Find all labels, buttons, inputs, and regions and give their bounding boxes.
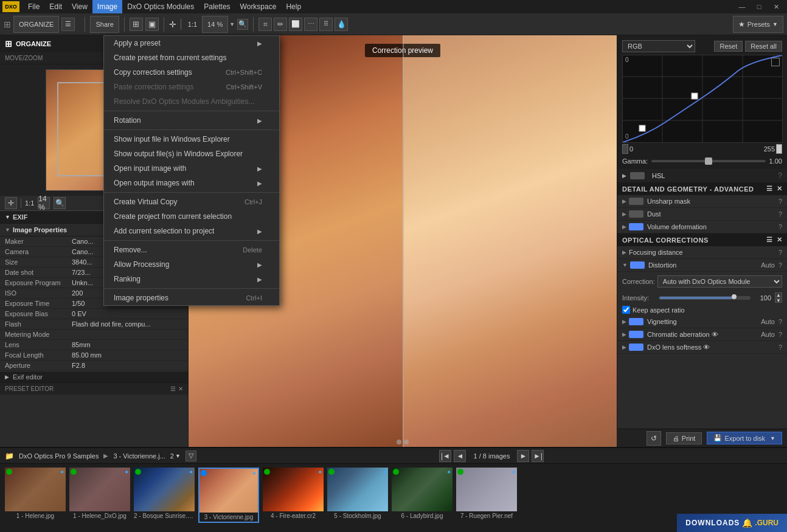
histogram-reset-all-button[interactable]: Reset all (745, 41, 782, 52)
dust-toggle[interactable] (629, 210, 643, 218)
list-view-button[interactable]: ☰ (61, 18, 75, 31)
menu-apply-preset[interactable]: Apply a preset ▶ (104, 36, 279, 50)
optical-close-icon[interactable]: ✕ (777, 236, 783, 244)
single-view-button[interactable]: ▣ (145, 18, 159, 31)
histogram-reset-button[interactable]: Reset (714, 41, 743, 52)
distortion-question[interactable]: ? (778, 261, 782, 269)
menu-image-properties[interactable]: Image properties Ctrl+I (104, 291, 279, 305)
print-button[interactable]: 🖨 Print (666, 432, 702, 444)
gamma-slider-handle[interactable] (705, 157, 712, 165)
unsharp-question[interactable]: ? (778, 198, 782, 205)
vignetting-toggle[interactable] (629, 318, 643, 325)
dust-question[interactable]: ? (778, 210, 782, 218)
film-item-3[interactable]: ✦ 2 - Bosque Sunrise.nef (134, 468, 195, 523)
minimize-button[interactable]: — (733, 0, 751, 13)
menu-image[interactable]: Image (92, 0, 122, 13)
menu-dxo-optics-modules[interactable]: DxO Optics Modules (122, 0, 199, 13)
unsharp-toggle[interactable] (629, 198, 643, 205)
menu-help[interactable]: Help (281, 0, 306, 13)
menu-ranking[interactable]: Ranking ▶ (104, 272, 279, 286)
intensity-up[interactable]: ▲ (775, 292, 782, 297)
image-dropdown-menu[interactable]: Apply a preset ▶ Create preset from curr… (103, 35, 280, 306)
intensity-slider[interactable] (659, 296, 751, 300)
maximize-button[interactable]: □ (751, 0, 768, 13)
optical-menu-icon[interactable]: ☰ (766, 236, 773, 244)
preset-editor-close-icon[interactable]: ✕ (178, 385, 183, 392)
keep-aspect-ratio-checkbox[interactable] (622, 306, 630, 314)
menu-create-virtual-copy[interactable]: Create Virtual Copy Ctrl+J (104, 195, 279, 209)
export-dropdown-arrow[interactable]: ▼ (770, 435, 775, 441)
menu-view[interactable]: View (67, 0, 92, 13)
menu-open-input-with[interactable]: Open input image with ▶ (104, 161, 279, 176)
vignetting-question[interactable]: ? (778, 318, 782, 325)
menu-copy-correction[interactable]: Copy correction settings Ctrl+Shift+C (104, 65, 279, 80)
zoom-magnify-button[interactable]: 🔍 (54, 197, 66, 209)
eyedropper-tool[interactable]: 💧 (335, 18, 348, 31)
menu-palettes[interactable]: Palettes (199, 0, 235, 13)
nav-first-button[interactable]: |◄ (439, 450, 451, 462)
film-item-4[interactable]: ✦ 3 - Victorienne.jpg (198, 468, 259, 523)
menu-show-input-file[interactable]: Show input file in Windows Explorer (104, 132, 279, 147)
zoom-level-button[interactable]: 14 % (38, 197, 50, 209)
correction-select[interactable]: Auto with DxO Optics Module (657, 275, 782, 288)
focusing-question[interactable]: ? (778, 249, 782, 256)
intensity-down[interactable]: ▼ (775, 298, 782, 303)
film-item-7[interactable]: ✦ 6 - Ladybird.jpg (392, 468, 452, 523)
compare-button[interactable]: ⊞ (130, 18, 143, 31)
share-button[interactable]: Share (90, 16, 119, 33)
volume-toggle[interactable] (629, 223, 643, 230)
chromatic-question[interactable]: ? (778, 331, 782, 338)
straighten-tool[interactable]: ✏ (274, 18, 287, 31)
menu-workspace[interactable]: Workspace (235, 0, 282, 13)
film-item-5[interactable]: ✦ 4 - Fire-eater.cr2 (263, 468, 324, 523)
histogram-channel-select[interactable]: RGB (622, 40, 695, 52)
preset-editor-menu-icon[interactable]: ☰ (170, 385, 176, 392)
zoom-fit-button[interactable]: 🔍 (237, 19, 248, 30)
nav-prev-button[interactable]: ◄ (454, 450, 466, 462)
refresh-button[interactable]: ↺ (647, 431, 661, 446)
move-tool[interactable]: ✛ (169, 19, 176, 29)
menu-remove[interactable]: Remove... Delete (104, 243, 279, 257)
menu-allow-processing[interactable]: Allow Processing ▶ (104, 257, 279, 272)
lens-softness-toggle[interactable] (629, 344, 643, 351)
zoom-value-button[interactable]: 14 % (202, 16, 228, 33)
presets-button[interactable]: ★ Presets ▼ (733, 16, 783, 33)
menu-rotation[interactable]: Rotation ▶ (104, 113, 279, 128)
distortion-toggle[interactable] (630, 261, 645, 269)
filmstrip-filter-button[interactable]: ▽ (185, 451, 196, 461)
film-item-1[interactable]: ✦ 1 - Helene.jpg (5, 468, 66, 523)
export-to-disk-button[interactable]: 💾 Export to disk ▼ (707, 432, 782, 444)
menu-edit[interactable]: Edit (44, 0, 67, 13)
organize-button[interactable]: ORGANIZE (13, 16, 59, 33)
dropdown-arrow-icon[interactable]: ▼ (175, 453, 181, 459)
crop-tool[interactable]: ⌗ (258, 18, 272, 31)
output-slider-right[interactable] (776, 144, 782, 154)
detail-menu-icon[interactable]: ☰ (766, 185, 773, 193)
output-slider-left[interactable] (622, 144, 628, 154)
volume-question[interactable]: ? (778, 223, 782, 230)
horizon-tool[interactable]: ⬜ (289, 18, 302, 31)
move-zoom-icon[interactable]: ✛ (5, 197, 17, 209)
menu-create-project[interactable]: Create project from current selection (104, 209, 279, 224)
close-button[interactable]: ✕ (768, 0, 785, 13)
menu-open-output-with[interactable]: Open output images with ▶ (104, 176, 279, 190)
menu-show-output-files[interactable]: Show output file(s) in Windows Explorer (104, 147, 279, 161)
menu-file[interactable]: File (23, 0, 44, 13)
detail-close-icon[interactable]: ✕ (777, 185, 783, 193)
zoom-control[interactable]: 14 % ▼ (202, 16, 235, 33)
exif-editor-button[interactable]: ▶ Exif editor (0, 371, 188, 382)
intensity-handle[interactable] (732, 294, 737, 299)
hsl-toggle[interactable] (630, 172, 645, 179)
dust-tool[interactable]: ⋯ (304, 18, 317, 31)
film-item-2[interactable]: ✦ 1 - Helene_DxO.jpg (69, 468, 130, 523)
hsl-section-header[interactable]: ▶ HSL ? (617, 169, 787, 182)
film-item-8[interactable]: ✦ 7 - Ruegen Pier.nef (456, 468, 517, 523)
dots-tool[interactable]: ⠿ (319, 18, 333, 31)
chromatic-toggle[interactable] (629, 331, 643, 338)
nav-last-button[interactable]: ►| (532, 450, 544, 462)
menu-add-to-project[interactable]: Add current selection to project ▶ (104, 224, 279, 238)
lens-softness-question[interactable]: ? (778, 344, 782, 351)
film-item-6[interactable]: ✦ 5 - Stockholm.jpg (327, 468, 388, 523)
menu-create-preset[interactable]: Create preset from current settings (104, 50, 279, 65)
nav-next-button[interactable]: ► (517, 450, 529, 462)
